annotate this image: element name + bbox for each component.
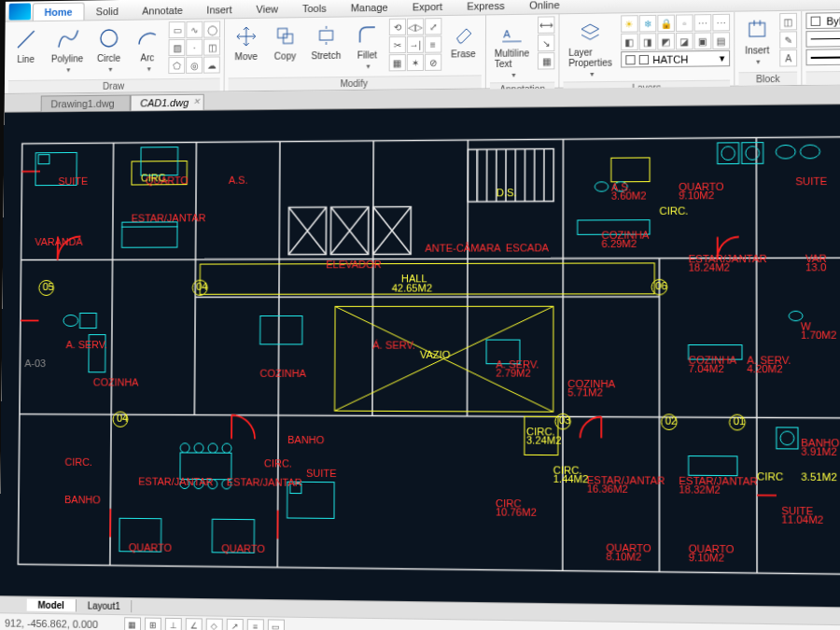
dim-icon[interactable]: ⟷ <box>538 16 554 34</box>
svg-text:VARANDA: VARANDA <box>35 236 83 247</box>
region-icon[interactable]: ◫ <box>203 38 220 55</box>
modify-small-tools: ⟲◁▷⤢ ✂→|≡ ▦✶⊘ <box>388 18 441 71</box>
copy-icon <box>273 22 299 49</box>
l2-icon[interactable]: ◨ <box>639 33 657 50</box>
svg-text:D.S.: D.S. <box>497 188 517 199</box>
explode-icon[interactable]: ✶ <box>407 54 424 71</box>
hatch-layer-select[interactable]: HATCH▾ <box>621 50 730 68</box>
arc-button[interactable]: Arc <box>130 21 165 76</box>
annot-small: ⟷ ↘ ▦ <box>538 16 554 69</box>
lineweight-bylayer-select[interactable]: ByLayer▾ <box>805 48 840 65</box>
leader-icon[interactable]: ↘ <box>538 35 554 52</box>
move-icon <box>233 23 259 49</box>
drawing-canvas[interactable]: SUITE VARANDA ESTAR/JANTAR QUARTO A.S. A… <box>0 105 840 607</box>
extend-icon[interactable]: →| <box>407 36 424 53</box>
hatch-icon[interactable]: ▨ <box>168 39 185 56</box>
tab-home[interactable]: Home <box>33 3 84 21</box>
tab-express[interactable]: Express <box>455 0 517 15</box>
layer-more2-icon[interactable]: ⋯ <box>712 14 730 32</box>
copy-button[interactable]: Copy <box>267 20 302 64</box>
osnap-toggle[interactable]: ◇ <box>205 618 222 630</box>
fillet-button[interactable]: Fillet <box>349 19 385 74</box>
tab-view[interactable]: View <box>245 0 291 18</box>
snap-toggle[interactable]: ▦ <box>124 617 141 630</box>
model-toggle[interactable]: ▭ <box>267 619 284 630</box>
lweight-toggle[interactable]: ≡ <box>246 619 263 630</box>
svg-text:SUITE: SUITE <box>306 468 337 479</box>
l6-icon[interactable]: ▤ <box>712 32 730 49</box>
svg-text:COZINHA: COZINHA <box>259 368 306 379</box>
trim-icon[interactable]: ✂ <box>388 36 405 53</box>
l4-icon[interactable]: ◪ <box>676 33 693 50</box>
tab-annotate[interactable]: Annotate <box>130 1 194 20</box>
layer-color-icon[interactable]: ▫ <box>676 14 693 32</box>
polar-toggle[interactable]: ∠ <box>185 618 202 630</box>
scale-icon[interactable]: ⤢ <box>425 18 441 35</box>
rotate-icon[interactable]: ⟲ <box>389 19 406 35</box>
spline-icon[interactable]: ∿ <box>186 21 203 38</box>
move-button[interactable]: Move <box>229 21 264 65</box>
l3-icon[interactable]: ◩ <box>657 33 675 50</box>
insert-button[interactable]: Insert <box>738 13 776 69</box>
line-button[interactable]: Line <box>8 23 43 67</box>
array-icon[interactable]: ▦ <box>388 54 405 71</box>
point-icon[interactable]: · <box>186 39 203 56</box>
layer-more1-icon[interactable]: ⋯ <box>694 14 712 32</box>
svg-text:CIRC.: CIRC. <box>141 173 169 184</box>
ellipse-icon[interactable]: ◯ <box>203 21 220 37</box>
l5-icon[interactable]: ▣ <box>694 33 712 50</box>
mtext-button[interactable]: AMultiline Text <box>490 17 535 83</box>
rect-icon[interactable]: ▭ <box>169 21 186 38</box>
erase-button[interactable]: Erase <box>445 17 482 62</box>
doctab-drawing1[interactable]: Drawing1.dwg <box>41 95 131 112</box>
model-tab[interactable]: Model <box>27 599 77 612</box>
polyline-button[interactable]: Polyline <box>47 22 89 77</box>
linetype-bylayer-select[interactable]: ByLayer▾ <box>805 30 840 48</box>
svg-text:6.29M2: 6.29M2 <box>601 238 637 249</box>
tab-insert[interactable]: Insert <box>194 0 244 19</box>
table-icon[interactable]: ▦ <box>538 52 554 70</box>
svg-rect-94 <box>742 143 763 164</box>
color-bylayer-select[interactable]: ByLayer▾ <box>805 11 840 29</box>
svg-text:QUARTO: QUARTO <box>221 543 265 555</box>
circle-icon <box>96 25 122 51</box>
doctab-cad1[interactable]: CAD1.dwg✕ <box>130 94 204 111</box>
l1-icon[interactable]: ◧ <box>621 34 638 51</box>
svg-text:CIRC.: CIRC. <box>64 456 92 468</box>
create-block-icon[interactable]: ◫ <box>779 13 797 31</box>
layer-state-row: ☀❄🔒▫⋯⋯ <box>621 14 730 33</box>
revision-icon[interactable]: ☁ <box>203 56 220 73</box>
panel-modify-title: Modify <box>229 75 482 91</box>
close-tab-icon[interactable]: ✕ <box>193 97 201 106</box>
mirror-icon[interactable]: ◁▷ <box>407 18 424 35</box>
polyline-label: Polyline <box>51 53 83 63</box>
stretch-button[interactable]: Stretch <box>306 20 345 64</box>
layout1-tab[interactable]: Layout1 <box>77 599 133 612</box>
offset-icon[interactable]: ≡ <box>425 35 441 52</box>
tab-export[interactable]: Export <box>400 0 455 16</box>
insert-icon <box>744 16 771 43</box>
layer-freeze-icon[interactable]: ❄ <box>639 15 657 33</box>
svg-rect-44 <box>611 158 650 182</box>
layer-on-icon[interactable]: ☀ <box>621 15 638 33</box>
tab-manage[interactable]: Manage <box>339 0 400 17</box>
svg-rect-87 <box>260 316 302 344</box>
layer-lock-icon[interactable]: 🔒 <box>657 15 675 33</box>
otrack-toggle[interactable]: ↗ <box>226 618 243 630</box>
layer-properties-button[interactable]: Layer Properties <box>564 15 617 81</box>
ortho-toggle[interactable]: ⊥ <box>164 617 181 630</box>
hatch-label: HATCH <box>652 53 688 65</box>
polygon-icon[interactable]: ⬠ <box>168 57 185 74</box>
attr-icon[interactable]: A <box>779 49 797 67</box>
edit-block-icon[interactable]: ✎ <box>779 31 797 49</box>
tab-online[interactable]: Online <box>517 0 572 14</box>
fillet-label: Fillet <box>357 49 377 60</box>
donut-icon[interactable]: ◎ <box>186 57 203 74</box>
tab-solid[interactable]: Solid <box>84 2 131 21</box>
break-icon[interactable]: ⊘ <box>425 54 441 71</box>
grid-toggle[interactable]: ⊞ <box>144 617 161 630</box>
svg-point-1 <box>101 30 118 47</box>
circle-button[interactable]: Circle <box>91 22 127 77</box>
tab-tools[interactable]: Tools <box>290 0 339 17</box>
svg-point-75 <box>222 443 231 453</box>
